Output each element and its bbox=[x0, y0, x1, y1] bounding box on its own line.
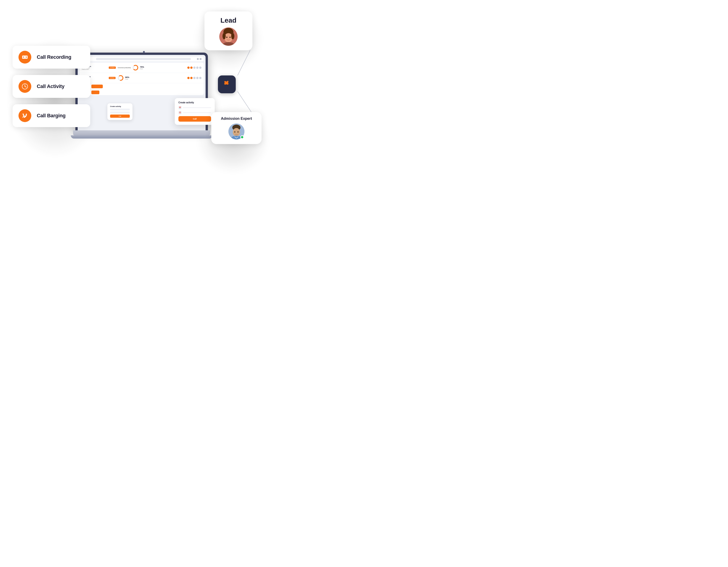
action-icon-5[interactable] bbox=[199, 66, 201, 69]
crm-action-icons-2 bbox=[187, 77, 201, 79]
crm-activity-popup-title: Create activity bbox=[110, 106, 130, 107]
popup-field-date-line bbox=[183, 107, 211, 108]
crm-row-2-chart: 66% Good bbox=[117, 75, 129, 81]
create-activity-popup: Create activity 📅 ⏰ Call bbox=[175, 98, 215, 125]
crm-donut-label-2: 66% Good bbox=[125, 76, 129, 80]
crm-browser-bar bbox=[79, 57, 204, 61]
laptop-foot bbox=[71, 135, 212, 138]
call-recording-icon-circle bbox=[19, 51, 31, 64]
popup-title: Create activity bbox=[178, 101, 211, 104]
crm-donut-chart-2 bbox=[117, 75, 124, 81]
crm-row-2: Alia Kapoor 9823480XXX Fixed to... Call … bbox=[79, 73, 204, 83]
phone-call-icon bbox=[222, 80, 231, 89]
agent-title: Admission Expert bbox=[217, 117, 256, 121]
call-activity-label: Call Activity bbox=[37, 83, 64, 89]
crm-percent-2: 66% bbox=[125, 76, 129, 78]
crm-row-1-chart: Conversion productivity 75% Good bbox=[118, 64, 144, 71]
feature-cards-list: Call Recording Call Activity bbox=[13, 46, 90, 127]
action-icon-1[interactable] bbox=[187, 66, 190, 69]
crm-today-row: ✓ Today bbox=[79, 83, 204, 90]
svg-point-4 bbox=[24, 57, 24, 58]
action-icon-8[interactable] bbox=[193, 77, 196, 79]
crm-activity-field-1 bbox=[110, 109, 130, 110]
crm-good: Good bbox=[140, 68, 144, 69]
action-icon-7[interactable] bbox=[190, 77, 193, 79]
lead-avatar-face bbox=[219, 27, 238, 46]
crm-activity-field-2 bbox=[110, 112, 130, 113]
action-icon-2[interactable] bbox=[190, 66, 193, 69]
clock-icon bbox=[21, 83, 28, 90]
svg-point-20 bbox=[230, 37, 231, 38]
svg-point-25 bbox=[233, 128, 240, 136]
crm-orange-bar-today bbox=[91, 85, 103, 88]
crm-row-1-badge: Call Back bbox=[109, 66, 116, 69]
svg-point-5 bbox=[26, 57, 26, 58]
crm-row-2-badge: Call Now bbox=[109, 77, 116, 79]
crm-donut-label-1: 75% Good bbox=[140, 66, 144, 69]
svg-point-16 bbox=[224, 33, 233, 42]
call-recording-card[interactable]: Call Recording bbox=[13, 46, 90, 69]
conversion-label: Conversion productivity bbox=[118, 67, 131, 68]
crm-activity-call-btn[interactable]: Call bbox=[110, 114, 130, 118]
action-icon-6[interactable] bbox=[187, 77, 190, 79]
svg-point-29 bbox=[238, 131, 238, 133]
svg-point-9 bbox=[25, 86, 25, 87]
popup-field-time: ⏰ bbox=[178, 111, 211, 114]
laptop-base bbox=[73, 130, 210, 135]
call-barging-wrapper: Call Barging bbox=[13, 104, 90, 127]
popup-clock-icon: ⏰ bbox=[178, 111, 182, 114]
popup-field-time-line bbox=[183, 112, 211, 113]
lead-card: Lead bbox=[204, 11, 252, 50]
popup-calendar-icon: 📅 bbox=[178, 106, 182, 109]
phone-wave-icon bbox=[21, 112, 28, 119]
crm-good-2: Good bbox=[125, 78, 129, 80]
call-barging-label: Call Barging bbox=[37, 113, 66, 119]
agent-online-indicator bbox=[240, 135, 244, 139]
crm-table: Suyash Jain 9823480XXX Fixed to 2022... … bbox=[79, 63, 204, 95]
call-barging-card[interactable]: Call Barging bbox=[13, 104, 90, 127]
call-recording-wrapper: Call Recording bbox=[13, 46, 90, 69]
svg-point-21 bbox=[222, 33, 226, 39]
action-icon-3[interactable] bbox=[193, 66, 196, 69]
crm-bar-2 bbox=[91, 90, 99, 94]
svg-point-19 bbox=[226, 37, 228, 38]
call-recording-label: Call Recording bbox=[37, 54, 71, 60]
call-activity-wrapper: Call Activity bbox=[13, 75, 90, 98]
svg-point-28 bbox=[234, 131, 235, 133]
call-activity-icon-circle bbox=[19, 80, 31, 93]
action-icon-9[interactable] bbox=[196, 77, 199, 79]
record-icon bbox=[21, 54, 28, 61]
crm-percent: 75% bbox=[140, 66, 144, 68]
crm-bar-1 bbox=[91, 85, 103, 88]
svg-point-22 bbox=[231, 33, 234, 39]
popup-field-date: 📅 bbox=[178, 106, 211, 109]
main-scene: Call Recording Call Activity bbox=[0, 0, 274, 213]
browser-search-bar bbox=[96, 58, 191, 60]
svg-rect-3 bbox=[24, 57, 26, 58]
laptop-camera bbox=[143, 51, 145, 53]
crm-action-icons-1 bbox=[187, 66, 201, 69]
lead-avatar bbox=[219, 27, 238, 46]
call-activity-card[interactable]: Call Activity bbox=[13, 75, 90, 98]
action-icon-4[interactable] bbox=[196, 66, 199, 69]
agent-avatar-wrap bbox=[228, 123, 244, 139]
browser-icons bbox=[197, 58, 201, 60]
browser-icon-1 bbox=[197, 58, 199, 60]
call-barging-icon-circle bbox=[19, 109, 31, 122]
popup-call-button[interactable]: Call bbox=[178, 116, 211, 122]
phone-icon-card bbox=[218, 75, 236, 93]
crm-row-1: Suyash Jain 9823480XXX Fixed to 2022... … bbox=[79, 63, 204, 73]
crm-activity-popup: Create activity Call bbox=[107, 103, 132, 120]
crm-donut-chart-1 bbox=[132, 64, 139, 71]
lead-title: Lead bbox=[211, 16, 246, 24]
crm-orange-bar-date bbox=[91, 90, 99, 94]
browser-icon-2 bbox=[200, 58, 201, 60]
agent-card: Admission Expert bbox=[211, 112, 262, 144]
crm-date-row: 12th Nov 21 bbox=[79, 90, 204, 95]
action-icon-10[interactable] bbox=[199, 77, 201, 79]
laptop: Suyash Jain 9823480XXX Fixed to 2022... … bbox=[75, 53, 212, 138]
